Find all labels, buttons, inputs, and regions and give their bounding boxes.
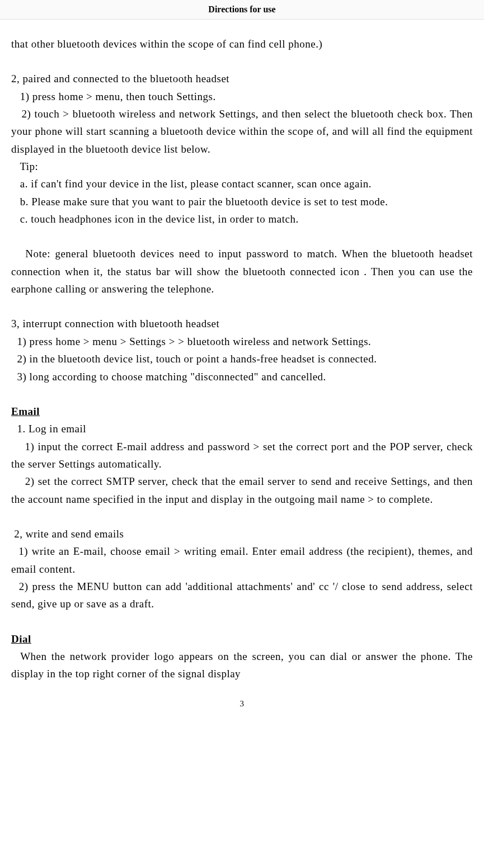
spacer <box>11 613 473 630</box>
paragraph: that other bluetooth devices within the … <box>11 35 473 53</box>
spacer <box>11 385 473 403</box>
document-body: that other bluetooth devices within the … <box>0 20 484 721</box>
paragraph: 1) write an E-mail, choose email > writi… <box>11 542 473 578</box>
paragraph: a. if can't find your device in the list… <box>11 175 473 192</box>
section-heading-email: Email <box>11 403 473 420</box>
paragraph: 1) press home > menu, then touch Setting… <box>11 88 473 105</box>
paragraph: 1) input the correct E-mail address and … <box>11 438 473 473</box>
paragraph: 2) press the MENU button can add 'additi… <box>11 578 473 613</box>
paragraph: Note: general bluetooth devices need to … <box>11 245 473 298</box>
paragraph: 2, paired and connected to the bluetooth… <box>11 70 473 87</box>
paragraph: 1. Log in email <box>11 420 473 437</box>
spacer <box>11 228 473 245</box>
paragraph: 2) touch > bluetooth wireless and networ… <box>11 105 473 158</box>
paragraph: Tip: <box>11 158 473 175</box>
spacer <box>11 298 473 315</box>
paragraph: c. touch headphones icon in the device l… <box>11 210 473 228</box>
paragraph: 3) long according to choose matching "di… <box>11 368 473 385</box>
paragraph: 2) set the correct SMTP server, check th… <box>11 473 473 508</box>
paragraph: When the network provider logo appears o… <box>11 648 473 683</box>
paragraph: 1) press home > menu > Settings > > blue… <box>11 333 473 350</box>
header-title: Directions for use <box>208 4 275 14</box>
page-number: 3 <box>11 683 473 711</box>
spacer <box>11 508 473 525</box>
paragraph: 3, interrupt connection with bluetooth h… <box>11 315 473 332</box>
paragraph: 2, write and send emails <box>11 525 473 542</box>
paragraph: 2) in the bluetooth device list, touch o… <box>11 350 473 367</box>
paragraph: b. Please make sure that you want to pai… <box>11 193 473 210</box>
page-header: Directions for use <box>0 0 484 20</box>
section-heading-dial: Dial <box>11 630 473 648</box>
spacer <box>11 53 473 70</box>
